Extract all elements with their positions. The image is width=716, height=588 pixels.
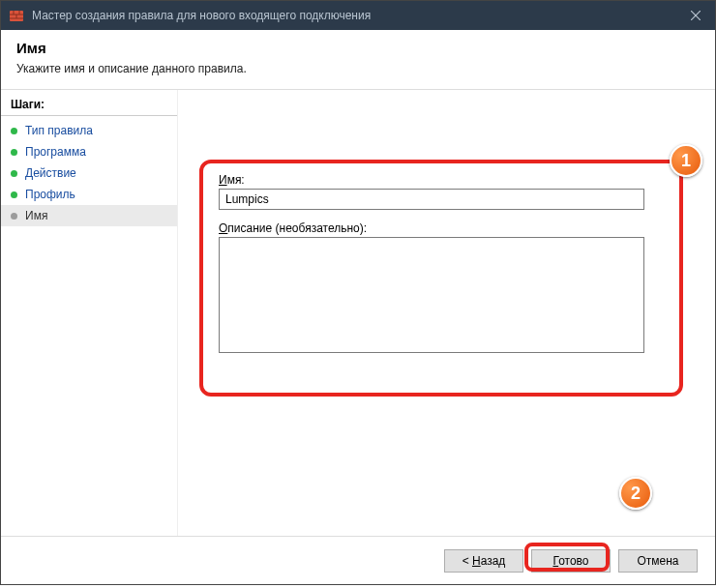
name-label: Имя: <box>219 173 664 187</box>
step-label: Действие <box>25 166 76 180</box>
step-label: Профиль <box>25 188 75 201</box>
titlebar: Мастер создания правила для нового входя… <box>1 1 715 30</box>
step-profile[interactable]: Профиль <box>1 184 177 205</box>
steps-sidebar: Шаги: Тип правила Программа Действие Про… <box>1 90 178 536</box>
step-rule-type[interactable]: Тип правила <box>1 120 177 141</box>
bullet-icon <box>11 128 17 134</box>
back-button[interactable]: < Назад <box>444 549 523 573</box>
description-input[interactable] <box>219 237 644 353</box>
bullet-icon <box>11 191 17 198</box>
firewall-icon <box>9 8 24 23</box>
window-title: Мастер создания правила для нового входя… <box>32 9 371 22</box>
name-input[interactable] <box>219 189 644 210</box>
close-icon <box>691 11 701 20</box>
wizard-window: Мастер создания правила для нового входя… <box>0 0 716 585</box>
steps-heading: Шаги: <box>1 96 177 116</box>
close-button[interactable] <box>676 1 715 30</box>
cancel-button[interactable]: Отмена <box>618 549 698 573</box>
step-label: Программа <box>25 145 86 159</box>
step-program[interactable]: Программа <box>1 141 177 162</box>
page-title: Имя <box>16 40 700 56</box>
bullet-icon <box>11 149 17 156</box>
wizard-header: Имя Укажите имя и описание данного прави… <box>1 30 715 90</box>
wizard-body: Шаги: Тип правила Программа Действие Про… <box>1 90 715 536</box>
step-action[interactable]: Действие <box>1 162 177 184</box>
step-label: Имя <box>25 209 47 222</box>
bullet-icon <box>11 170 17 177</box>
step-name[interactable]: Имя <box>1 205 177 226</box>
finish-button[interactable]: Готово <box>531 549 611 573</box>
description-label: Описание (необязательно): <box>219 221 664 235</box>
content-pane: Имя: Описание (необязательно): 1 2 <box>178 90 715 536</box>
bullet-icon <box>11 213 17 220</box>
wizard-footer: < Назад Готово Отмена <box>1 536 715 584</box>
step-label: Тип правила <box>25 124 93 137</box>
name-form: Имя: Описание (необязательно): <box>219 173 664 356</box>
annotation-badge-2: 2 <box>619 477 652 510</box>
page-subtitle: Укажите имя и описание данного правила. <box>16 62 700 75</box>
annotation-badge-1: 1 <box>670 144 702 177</box>
